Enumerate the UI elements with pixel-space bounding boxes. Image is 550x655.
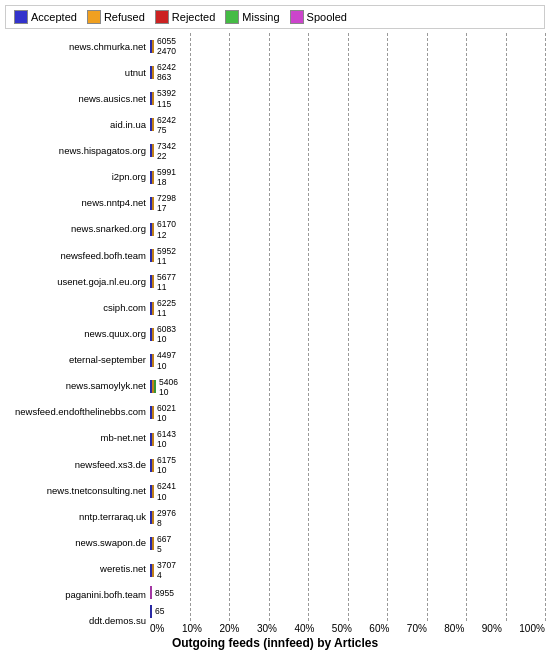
bar-segments xyxy=(150,485,154,498)
bar-label: i2pn.org xyxy=(5,171,146,182)
bar-number-secondary: 18 xyxy=(157,177,176,187)
legend-color xyxy=(155,10,169,24)
bar-number-primary: 6242 xyxy=(157,62,176,72)
bar-segment-refused xyxy=(152,459,154,472)
table-row: 29768 xyxy=(150,508,545,528)
bar-segments xyxy=(150,354,154,367)
chart-container: AcceptedRefusedRejectedMissingSpooled ne… xyxy=(0,0,550,655)
bar-segments xyxy=(150,249,154,262)
table-row: 617510 xyxy=(150,455,545,475)
bar-label: eternal-september xyxy=(5,354,146,365)
x-axis-label: 10% xyxy=(182,623,202,634)
bar-segment-refused xyxy=(152,564,154,577)
bar-segments xyxy=(150,537,154,550)
bar-segment-refused xyxy=(152,406,154,419)
bar-numbers: 614310 xyxy=(157,429,176,449)
x-axis-label: 90% xyxy=(482,623,502,634)
bar-numbers: 617510 xyxy=(157,455,176,475)
bar-number-primary: 6225 xyxy=(157,298,176,308)
bar-number-primary: 6021 xyxy=(157,403,176,413)
bar-segments xyxy=(150,171,154,184)
bar-segments xyxy=(150,223,154,236)
bar-number-primary: 6143 xyxy=(157,429,176,439)
bar-numbers: 5392115 xyxy=(157,88,176,108)
x-axis-label: 80% xyxy=(444,623,464,634)
bar-number-primary: 6170 xyxy=(157,219,176,229)
table-row: 617012 xyxy=(150,219,545,239)
bar-label: news.quux.org xyxy=(5,328,146,339)
bar-numbers: 6242863 xyxy=(157,62,176,82)
table-row: 608310 xyxy=(150,324,545,344)
bar-segment-missing xyxy=(154,380,156,393)
x-axis-label: 60% xyxy=(369,623,389,634)
labels-column: news.chmurka.netutnutnews.ausics.netaid.… xyxy=(5,33,150,634)
bar-segments xyxy=(150,586,152,599)
x-axis-label: 0% xyxy=(150,623,164,634)
table-row: 8955 xyxy=(150,586,545,599)
chart-area: news.chmurka.netutnutnews.ausics.netaid.… xyxy=(5,33,545,634)
bar-number-primary: 8955 xyxy=(155,588,174,598)
bar-number-secondary: 2470 xyxy=(157,46,176,56)
bar-numbers: 8955 xyxy=(155,588,174,598)
bar-label: nntp.terraraq.uk xyxy=(5,511,146,522)
bar-number-primary: 5406 xyxy=(159,377,178,387)
bar-number-secondary: 22 xyxy=(157,151,176,161)
bar-numbers: 449710 xyxy=(157,350,176,370)
bar-segments xyxy=(150,328,154,341)
bar-number-secondary: 17 xyxy=(157,203,176,213)
legend-label: Spooled xyxy=(307,11,347,23)
x-axis-label: 30% xyxy=(257,623,277,634)
bar-number-primary: 6242 xyxy=(157,115,176,125)
bar-numbers: 540610 xyxy=(159,377,178,397)
bar-segments xyxy=(150,511,154,524)
bar-numbers: 595211 xyxy=(157,246,176,266)
bar-label: paganini.bofh.team xyxy=(5,589,146,600)
bar-numbers: 602110 xyxy=(157,403,176,423)
bar-label: news.ausics.net xyxy=(5,93,146,104)
table-row: 6242863 xyxy=(150,62,545,82)
bar-number-primary: 667 xyxy=(157,534,171,544)
table-row: 65 xyxy=(150,605,545,618)
bar-segment-refused xyxy=(152,40,154,53)
legend-color xyxy=(14,10,28,24)
bar-label: newsfeed.xs3.de xyxy=(5,459,146,470)
bar-number-secondary: 10 xyxy=(157,413,176,423)
bar-numbers: 729817 xyxy=(157,193,176,213)
legend-item-accepted: Accepted xyxy=(14,10,77,24)
table-row: 622511 xyxy=(150,298,545,318)
table-row: 602110 xyxy=(150,403,545,423)
bar-number-secondary: 115 xyxy=(157,99,176,109)
bar-numbers: 6675 xyxy=(157,534,171,554)
bar-label: usenet.goja.nl.eu.org xyxy=(5,276,146,287)
bar-numbers: 60552470 xyxy=(157,36,176,56)
bar-number-primary: 3707 xyxy=(157,560,176,570)
bar-number-secondary: 10 xyxy=(157,465,176,475)
bar-segments xyxy=(150,380,156,393)
bar-segments xyxy=(150,92,154,105)
bar-numbers: 37074 xyxy=(157,560,176,580)
bar-segment-refused xyxy=(152,118,154,131)
bar-numbers: 734222 xyxy=(157,141,176,161)
bar-label: news.tnetconsulting.net xyxy=(5,485,146,496)
bar-segment-refused xyxy=(152,223,154,236)
bar-segment-refused xyxy=(152,66,154,79)
bar-segment-refused xyxy=(152,249,154,262)
bar-segment-refused xyxy=(152,302,154,315)
bar-number-primary: 7342 xyxy=(157,141,176,151)
bar-number-secondary: 10 xyxy=(157,361,176,371)
legend-label: Missing xyxy=(242,11,279,23)
bar-number-primary: 5952 xyxy=(157,246,176,256)
bar-number-primary: 5677 xyxy=(157,272,176,282)
bar-number-secondary: 10 xyxy=(159,387,178,397)
bar-label: news.nntp4.net xyxy=(5,197,146,208)
bar-label: ddt.demos.su xyxy=(5,615,146,626)
bar-number-primary: 6175 xyxy=(157,455,176,465)
bar-segments xyxy=(150,433,154,446)
bar-numbers: 65 xyxy=(155,606,164,616)
bar-segments xyxy=(150,144,154,157)
table-row: 567711 xyxy=(150,272,545,292)
x-axis-label: 40% xyxy=(294,623,314,634)
bar-segments xyxy=(150,605,152,618)
bar-segments xyxy=(150,118,154,131)
bar-number-secondary: 10 xyxy=(157,492,176,502)
